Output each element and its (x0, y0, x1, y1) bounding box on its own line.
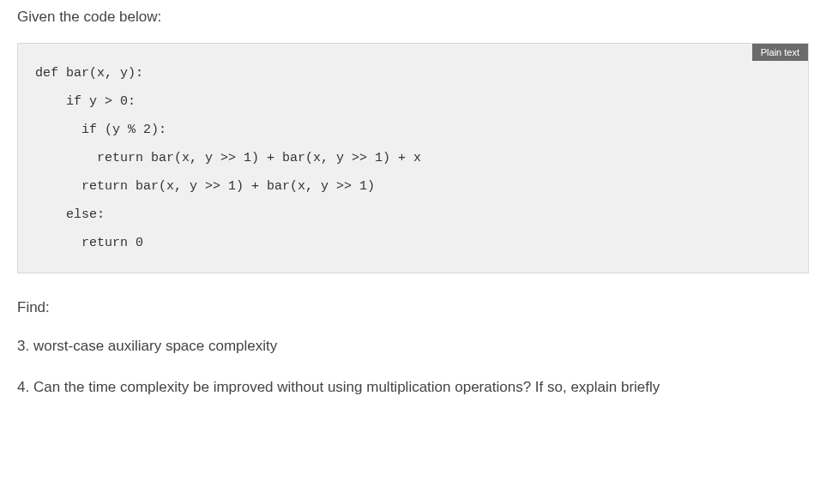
find-label: Find: (17, 299, 809, 316)
intro-text: Given the code below: (17, 9, 809, 26)
question-4: 4. Can the time complexity be improved w… (17, 376, 809, 399)
code-block: def bar(x, y): if y > 0: if (y % 2): ret… (35, 59, 791, 257)
plain-text-badge[interactable]: Plain text (752, 44, 808, 61)
question-3: 3. worst-case auxiliary space complexity (17, 335, 809, 357)
code-container: Plain text def bar(x, y): if y > 0: if (… (17, 43, 809, 273)
